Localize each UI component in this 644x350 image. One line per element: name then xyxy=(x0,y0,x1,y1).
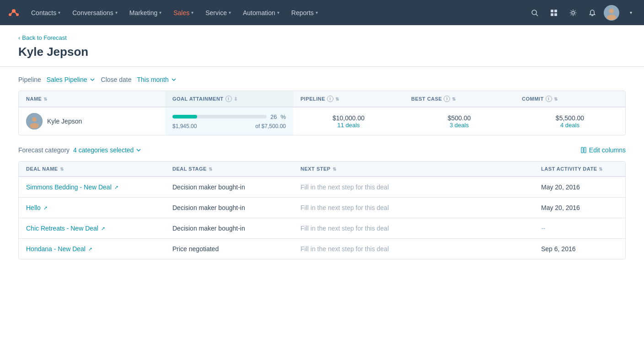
user-name: Kyle Jepson xyxy=(47,118,82,125)
table-row: Hondana - New Deal ➚ Price negotiated Fi… xyxy=(19,238,625,259)
svg-point-17 xyxy=(30,123,39,129)
svg-line-3 xyxy=(14,11,17,15)
chevron-down-icon: ▾ xyxy=(277,10,279,15)
next-step-cell: Fill in the next step for this deal xyxy=(293,239,534,259)
page-title: Kyle Jepson xyxy=(18,45,626,59)
chevron-down-icon: ▾ xyxy=(115,10,118,15)
edit-columns-icon xyxy=(581,147,587,153)
user-avatar[interactable] xyxy=(604,5,619,21)
back-chevron-icon: ‹ xyxy=(18,34,20,41)
top-navigation: Contacts ▾ Conversations ▾ Marketing ▾ S… xyxy=(0,0,644,25)
info-icon[interactable]: i xyxy=(444,96,450,102)
col-header-commit: COMMIT i ⇅ xyxy=(515,91,625,107)
summary-table-row: Kyle Jepson 26% $1,945.00 of $7,500.00 xyxy=(19,107,625,135)
chevron-down-icon: ▾ xyxy=(229,10,231,15)
nav-service[interactable]: Service ▾ xyxy=(200,5,236,20)
svg-point-16 xyxy=(32,117,37,122)
chevron-down-icon xyxy=(135,147,142,153)
svg-line-6 xyxy=(536,14,538,16)
deal-name-cell: Hello ➚ xyxy=(19,198,165,218)
sort-icon[interactable]: ⇅ xyxy=(60,167,64,172)
sort-icon[interactable]: ⇅ xyxy=(43,97,48,102)
nav-automation[interactable]: Automation ▾ xyxy=(237,5,285,20)
pipeline-label: Pipeline xyxy=(18,76,41,83)
notifications-button[interactable] xyxy=(585,5,600,21)
svg-rect-10 xyxy=(554,13,557,16)
pipeline-dropdown[interactable]: Sales Pipeline xyxy=(47,76,96,83)
pipeline-deals-link[interactable]: 11 deals xyxy=(301,122,397,129)
chevron-down-icon: ▾ xyxy=(58,10,60,15)
col-header-next-step: NEXT STEP ⇅ xyxy=(293,162,534,176)
summary-table: NAME ⇅ GOAL ATTAINMENT i ⇩ PIPELINE i ⇅ … xyxy=(18,91,626,135)
summary-best-case-cell: $500.00 3 deals xyxy=(404,109,515,134)
page-header: ‹ Back to Forecast Kyle Jepson xyxy=(0,25,644,67)
forecast-category-row: Forecast category 4 categories selected xyxy=(18,146,142,154)
back-to-forecast-link[interactable]: ‹ Back to Forecast xyxy=(18,34,626,41)
progress-goal: of $7,500.00 xyxy=(255,123,286,129)
info-icon[interactable]: i xyxy=(225,96,232,102)
nav-sales[interactable]: Sales ▾ xyxy=(168,5,199,20)
progress-current: $1,945.00 xyxy=(172,123,197,129)
summary-pipeline-cell: $10,000.00 11 deals xyxy=(293,109,404,134)
chevron-down-icon xyxy=(89,76,96,83)
edit-columns-button[interactable]: Edit columns xyxy=(581,146,626,154)
avatar xyxy=(26,113,43,129)
deals-table: DEAL NAME ⇅ DEAL STAGE ⇅ NEXT STEP ⇅ LAS… xyxy=(18,161,626,259)
commit-deals-link[interactable]: 4 deals xyxy=(522,122,618,129)
last-activity-date-cell: Sep 6, 2016 xyxy=(534,239,625,259)
sort-icon[interactable]: ⇅ xyxy=(209,167,213,172)
next-step-value[interactable]: Fill in the next step for this deal xyxy=(301,245,389,253)
chevron-down-icon xyxy=(171,76,177,83)
deals-table-header: DEAL NAME ⇅ DEAL STAGE ⇅ NEXT STEP ⇅ LAS… xyxy=(19,162,625,177)
hubspot-logo[interactable] xyxy=(5,5,22,21)
deal-name-cell: Hondana - New Deal ➚ xyxy=(19,239,165,259)
next-step-value[interactable]: Fill in the next step for this deal xyxy=(301,183,389,191)
table-row: Chic Retreats - New Deal ➚ Decision make… xyxy=(19,218,625,238)
summary-table-header: NAME ⇅ GOAL ATTAINMENT i ⇩ PIPELINE i ⇅ … xyxy=(19,91,625,107)
col-header-goal-attainment: GOAL ATTAINMENT i ⇩ xyxy=(165,91,293,107)
table-row: Hello ➚ Decision maker bought-in Fill in… xyxy=(19,197,625,218)
pipeline-amount: $10,000.00 xyxy=(301,114,397,122)
external-link-icon: ➚ xyxy=(88,246,92,252)
sort-icon[interactable]: ⇅ xyxy=(335,97,339,102)
svg-point-11 xyxy=(572,11,574,14)
sort-icon[interactable]: ⇅ xyxy=(452,97,456,102)
sort-icon[interactable]: ⇅ xyxy=(554,97,558,102)
nav-items: Contacts ▾ Conversations ▾ Marketing ▾ S… xyxy=(26,5,527,20)
deals-rows: Simmons Bedding - New Deal ➚ Decision ma… xyxy=(19,177,625,259)
sort-icon[interactable]: ⇅ xyxy=(333,167,337,172)
nav-marketing[interactable]: Marketing ▾ xyxy=(124,5,167,20)
next-step-cell: Fill in the next step for this deal xyxy=(293,218,534,238)
svg-line-4 xyxy=(10,11,14,15)
sort-icon[interactable]: ⇅ xyxy=(599,167,603,172)
next-step-value[interactable]: Fill in the next step for this deal xyxy=(301,225,389,232)
page-content: ‹ Back to Forecast Kyle Jepson Pipeline … xyxy=(0,25,644,259)
sort-icon[interactable]: ⇩ xyxy=(234,97,238,102)
info-icon[interactable]: i xyxy=(327,96,333,102)
account-chevron-icon[interactable]: ▾ xyxy=(623,5,639,21)
next-step-value[interactable]: Fill in the next step for this deal xyxy=(301,204,389,211)
svg-rect-9 xyxy=(551,13,553,16)
marketplace-button[interactable] xyxy=(546,5,562,21)
deal-name-link[interactable]: Chic Retreats - New Deal ➚ xyxy=(26,225,158,232)
deal-stage-cell: Decision maker bought-in xyxy=(165,218,293,238)
col-header-pipeline: PIPELINE i ⇅ xyxy=(293,91,404,107)
forecast-category-dropdown[interactable]: 4 categories selected xyxy=(73,146,142,154)
next-step-cell: Fill in the next step for this deal xyxy=(293,198,534,218)
deal-stage-cell: Decision maker bought-in xyxy=(165,198,293,218)
search-button[interactable] xyxy=(527,5,542,21)
nav-reports[interactable]: Reports ▾ xyxy=(286,5,323,20)
close-date-dropdown[interactable]: This month xyxy=(137,76,177,83)
nav-conversations[interactable]: Conversations ▾ xyxy=(67,5,123,20)
best-case-deals-link[interactable]: 3 deals xyxy=(411,122,507,129)
summary-user-cell: Kyle Jepson xyxy=(19,108,165,135)
settings-button[interactable] xyxy=(565,5,581,21)
nav-contacts[interactable]: Contacts ▾ xyxy=(26,5,66,20)
info-icon[interactable]: i xyxy=(546,96,552,102)
deal-name-link[interactable]: Hello ➚ xyxy=(26,204,158,211)
deal-name-link[interactable]: Simmons Bedding - New Deal ➚ xyxy=(26,183,158,191)
deal-name-link[interactable]: Hondana - New Deal ➚ xyxy=(26,245,158,253)
progress-bar-fill xyxy=(172,115,197,118)
nav-right-actions: ▾ xyxy=(527,5,639,21)
chevron-down-icon: ▾ xyxy=(159,10,161,15)
